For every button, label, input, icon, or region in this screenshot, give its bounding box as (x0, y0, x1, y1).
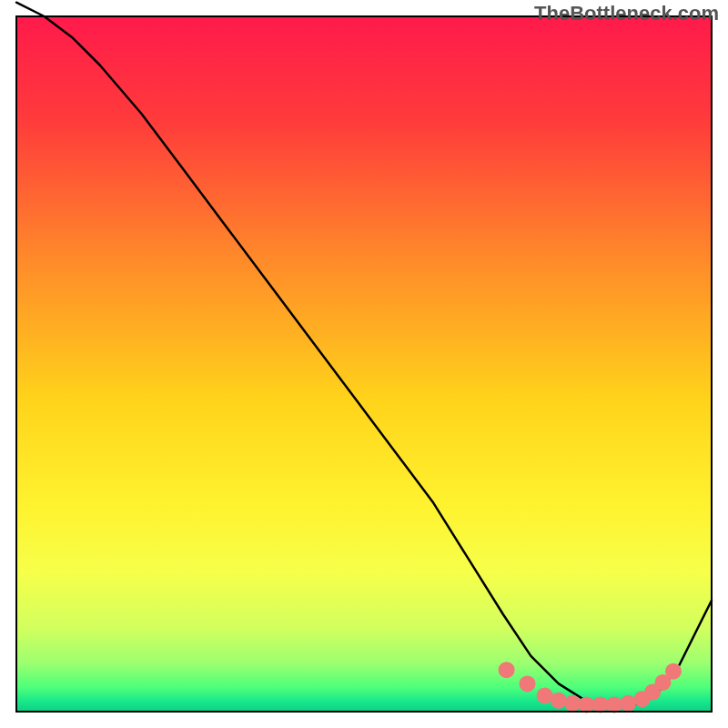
data-marker (499, 662, 515, 678)
watermark-text: TheBottleneck.com (534, 2, 719, 25)
bottleneck-chart (0, 0, 728, 728)
data-marker (665, 663, 682, 680)
data-marker (564, 695, 581, 712)
data-marker (537, 687, 553, 703)
data-marker (520, 675, 536, 692)
data-marker (551, 693, 567, 709)
plot-area (16, 16, 712, 712)
data-marker (620, 695, 636, 712)
data-marker (606, 696, 622, 713)
